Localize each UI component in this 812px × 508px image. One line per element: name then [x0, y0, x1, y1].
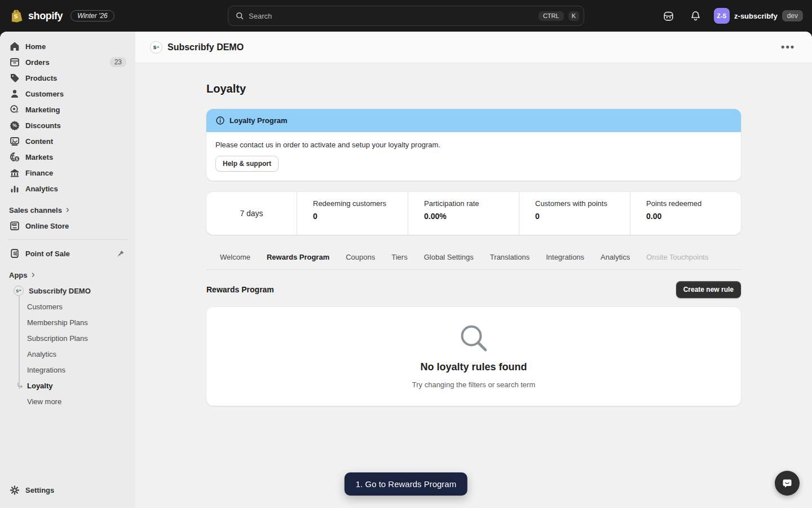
- sidebar-item-analytics[interactable]: Analytics: [5, 181, 131, 196]
- search-input[interactable]: [249, 12, 534, 20]
- tab-welcome[interactable]: Welcome: [220, 253, 250, 261]
- sidebar-item-settings[interactable]: Settings: [5, 482, 131, 498]
- globe-dollar-icon: $: [9, 151, 20, 163]
- chat-bubble-icon: [781, 477, 793, 489]
- submenu-item-membership-plans[interactable]: Membership Plans: [5, 314, 131, 330]
- search-empty-icon: [457, 322, 491, 356]
- sidekick-button[interactable]: [660, 7, 677, 24]
- sidebar-item-subscribfy-demo[interactable]: s+ Subscribfy DEMO: [5, 283, 131, 299]
- banner-message: Please contact us in order to activate a…: [215, 141, 732, 149]
- sidebar-item-label: Orders: [25, 58, 50, 67]
- submenu-item-subscription-plans[interactable]: Subscription Plans: [5, 330, 131, 346]
- chevron-right-icon: [64, 207, 71, 213]
- create-new-rule-button[interactable]: Create new rule: [676, 281, 741, 298]
- topbar-actions: Z-S z-subscribfy dev: [660, 7, 803, 24]
- section-title: Rewards Program: [206, 285, 274, 294]
- submenu-label: Loyalty: [27, 382, 53, 390]
- submenu-item-customers[interactable]: Customers: [5, 299, 131, 314]
- stat-value: 0.00: [646, 212, 736, 221]
- submenu-label: Integrations: [27, 366, 65, 374]
- loyalty-tabs: Welcome Rewards Program Coupons Tiers Gl…: [206, 246, 741, 270]
- tab-translations[interactable]: Translations: [490, 253, 529, 261]
- tour-step-tooltip[interactable]: 1. Go to Rewards Program: [345, 472, 467, 496]
- notifications-button[interactable]: [687, 7, 704, 24]
- svg-text:%: %: [12, 122, 17, 128]
- shopify-bag-icon: S: [8, 8, 25, 24]
- submenu-item-loyalty[interactable]: Loyalty: [5, 378, 131, 393]
- sidebar-item-home[interactable]: Home: [5, 38, 131, 54]
- stats-period[interactable]: 7 days: [206, 192, 297, 235]
- chat-launcher-button[interactable]: [775, 471, 800, 496]
- stats-card: 7 days Redeeming customers 0 Participati…: [206, 192, 741, 235]
- sidebar-item-label: Customers: [25, 90, 64, 98]
- rewards-program-section-header: Rewards Program Create new rule: [206, 281, 741, 298]
- stat-value: 0: [313, 212, 403, 221]
- submenu-label: Customers: [27, 303, 63, 311]
- sidebar-item-content[interactable]: Content: [5, 133, 131, 149]
- sidebar-item-marketing[interactable]: Marketing: [5, 102, 131, 117]
- subscribfy-app-icon: s+: [14, 286, 24, 296]
- stat-points-redeemed: Points redeemed 0.00: [630, 192, 741, 235]
- submenu-item-integrations[interactable]: Integrations: [5, 362, 131, 378]
- sidebar-item-label: Settings: [25, 486, 54, 494]
- pin-icon[interactable]: [115, 249, 126, 258]
- sidebar-item-label: Subscribfy DEMO: [29, 287, 91, 295]
- sales-channels-header[interactable]: Sales channels: [5, 202, 131, 218]
- sidebar-item-orders[interactable]: Orders 23: [5, 54, 131, 70]
- store-name: z-subscribfy: [734, 12, 778, 20]
- help-support-button[interactable]: Help & support: [215, 156, 279, 172]
- submenu-item-view-more[interactable]: View more: [5, 393, 131, 409]
- overflow-menu-button[interactable]: •••: [779, 42, 797, 52]
- home-icon: [9, 41, 20, 52]
- orders-count-badge: 23: [110, 57, 126, 67]
- tab-coupons[interactable]: Coupons: [346, 253, 375, 261]
- sidebar-item-label: Markets: [25, 153, 53, 161]
- page-title: Loyalty: [206, 82, 741, 95]
- orders-icon: [9, 56, 20, 68]
- stat-redeeming-customers: Redeeming customers 0: [297, 192, 408, 235]
- sidebar-item-markets[interactable]: $ Markets: [5, 149, 131, 165]
- shopify-logo[interactable]: S shopify Winter '26: [9, 8, 114, 23]
- avatar: Z-S: [714, 8, 730, 24]
- sidebar-item-finance[interactable]: Finance: [5, 165, 131, 181]
- stat-label: Redeeming customers: [313, 199, 403, 208]
- tab-tiers[interactable]: Tiers: [391, 253, 407, 261]
- stat-label: Participation rate: [424, 199, 514, 208]
- stat-label: Points redeemed: [646, 199, 736, 208]
- subscribfy-submenu: Customers Membership Plans Subscription …: [5, 299, 131, 409]
- sidebar-item-customers[interactable]: Customers: [5, 86, 131, 102]
- search-icon: [235, 11, 244, 20]
- stat-participation-rate: Participation rate 0.00%: [408, 192, 519, 235]
- sidebar-item-label: Point of Sale: [25, 249, 70, 258]
- apps-header[interactable]: Apps: [5, 267, 131, 283]
- empty-state-subtitle: Try changing the filters or search term: [218, 380, 730, 389]
- stat-customers-with-points: Customers with points 0: [519, 192, 630, 235]
- dots-icon: •••: [781, 41, 795, 52]
- tab-integrations[interactable]: Integrations: [546, 253, 584, 261]
- bell-icon: [690, 10, 701, 22]
- sidebar-item-label: Content: [25, 137, 53, 146]
- loyalty-program-banner: Loyalty Program Please contact us in ord…: [206, 109, 741, 181]
- sidebar-item-label: Analytics: [25, 185, 58, 193]
- edition-badge[interactable]: Winter '26: [70, 10, 114, 21]
- sidebar-item-label: Products: [25, 74, 57, 82]
- submenu-label: Membership Plans: [27, 318, 88, 327]
- sidebar-item-online-store[interactable]: Online Store: [5, 218, 131, 234]
- app-title: s+ Subscribfy DEMO: [150, 41, 244, 54]
- sidebar-divider: [8, 239, 127, 240]
- stat-value: 0.00%: [424, 212, 514, 221]
- person-icon: [9, 88, 20, 99]
- account-menu[interactable]: Z-S z-subscribfy dev: [714, 8, 803, 24]
- sidebar-item-products[interactable]: Products: [5, 70, 131, 86]
- submenu-item-analytics[interactable]: Analytics: [5, 346, 131, 362]
- tab-rewards-program[interactable]: Rewards Program: [267, 253, 329, 261]
- tab-analytics[interactable]: Analytics: [601, 253, 630, 261]
- sidebar-item-point-of-sale[interactable]: $ Point of Sale: [5, 246, 131, 261]
- sidebar-item-discounts[interactable]: % Discounts: [5, 117, 131, 133]
- topbar: S shopify Winter '26 CTRL K Z-S z-subscr…: [0, 0, 812, 32]
- tab-global-settings[interactable]: Global Settings: [424, 253, 474, 261]
- bar-chart-icon: [9, 183, 20, 194]
- tag-icon: [9, 72, 20, 84]
- global-search[interactable]: CTRL K: [228, 6, 584, 26]
- shortcut-k-key: K: [568, 11, 579, 21]
